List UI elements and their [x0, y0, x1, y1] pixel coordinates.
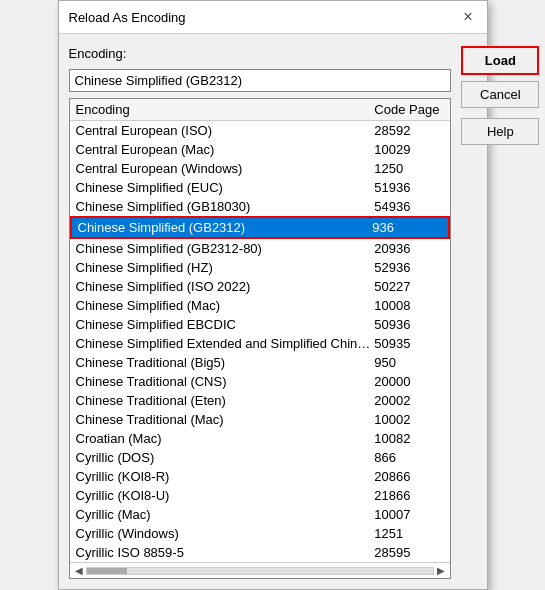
- dialog-body: Encoding: Encoding Code Page Central Eur…: [59, 34, 487, 589]
- list-row[interactable]: Chinese Simplified (EUC)51936: [70, 178, 451, 197]
- list-row[interactable]: Chinese Simplified (GB2312)936: [70, 216, 451, 239]
- row-code: 28595: [370, 545, 450, 560]
- row-code: 10029: [370, 142, 450, 157]
- row-encoding: Chinese Traditional (CNS): [70, 374, 371, 389]
- list-row[interactable]: Chinese Traditional (Big5)950: [70, 353, 451, 372]
- row-encoding: Cyrillic (Windows): [70, 526, 371, 541]
- reload-as-encoding-dialog: Reload As Encoding × Encoding: Encoding …: [58, 0, 488, 590]
- row-encoding: Chinese Simplified (ISO 2022): [70, 279, 371, 294]
- row-encoding: Cyrillic (KOI8-R): [70, 469, 371, 484]
- scroll-thumb[interactable]: [87, 568, 127, 574]
- row-code: 50936: [370, 317, 450, 332]
- left-arrow-icon[interactable]: ◀: [72, 564, 86, 577]
- row-code: 1251: [370, 526, 450, 541]
- list-row[interactable]: Croatian (Mac)10082: [70, 429, 451, 448]
- horizontal-scrollbar[interactable]: ◀ ▶: [70, 562, 451, 578]
- encoding-label: Encoding:: [69, 46, 452, 61]
- title-bar: Reload As Encoding ×: [59, 1, 487, 34]
- list-row[interactable]: Cyrillic (KOI8-R)20866: [70, 467, 451, 486]
- row-code: 54936: [370, 199, 450, 214]
- help-button[interactable]: Help: [461, 118, 539, 145]
- list-row[interactable]: Chinese Simplified (ISO 2022)50227: [70, 277, 451, 296]
- row-encoding: Chinese Simplified Extended and Simplifi…: [70, 336, 371, 351]
- list-row[interactable]: Central European (Mac)10029: [70, 140, 451, 159]
- list-row[interactable]: Chinese Traditional (Mac)10002: [70, 410, 451, 429]
- row-code: 50935: [370, 336, 450, 351]
- row-encoding: Chinese Simplified (HZ): [70, 260, 371, 275]
- row-code: 936: [368, 220, 448, 235]
- row-encoding: Chinese Traditional (Big5): [70, 355, 371, 370]
- row-encoding: Chinese Simplified (GB18030): [70, 199, 371, 214]
- list-scroll-area[interactable]: Central European (ISO)28592Central Europ…: [70, 121, 451, 562]
- row-encoding: Croatian (Mac): [70, 431, 371, 446]
- row-code: 51936: [370, 180, 450, 195]
- row-code: 10002: [370, 412, 450, 427]
- col-header-code: Code Page: [370, 102, 450, 117]
- load-button[interactable]: Load: [461, 46, 539, 75]
- list-header: Encoding Code Page: [70, 99, 451, 121]
- row-code: 10007: [370, 507, 450, 522]
- row-code: 10008: [370, 298, 450, 313]
- row-code: 20002: [370, 393, 450, 408]
- scroll-track: [86, 567, 435, 575]
- row-encoding: Cyrillic ISO 8859-5: [70, 545, 371, 560]
- row-encoding: Chinese Simplified (GB2312): [72, 220, 369, 235]
- col-header-encoding: Encoding: [70, 102, 371, 117]
- row-code: 28592: [370, 123, 450, 138]
- dialog-title: Reload As Encoding: [69, 10, 186, 25]
- list-row[interactable]: Chinese Simplified (Mac)10008: [70, 296, 451, 315]
- list-row[interactable]: Chinese Traditional (Eten)20002: [70, 391, 451, 410]
- row-code: 10082: [370, 431, 450, 446]
- list-row[interactable]: Chinese Simplified (GB2312-80)20936: [70, 239, 451, 258]
- row-encoding: Cyrillic (DOS): [70, 450, 371, 465]
- list-row[interactable]: Central European (ISO)28592: [70, 121, 451, 140]
- close-button[interactable]: ×: [459, 9, 476, 25]
- list-row[interactable]: Cyrillic (Mac)10007: [70, 505, 451, 524]
- list-row[interactable]: Chinese Simplified EBCDIC50936: [70, 315, 451, 334]
- list-row[interactable]: Central European (Windows)1250: [70, 159, 451, 178]
- left-panel: Encoding: Encoding Code Page Central Eur…: [69, 46, 452, 579]
- row-encoding: Central European (Windows): [70, 161, 371, 176]
- row-encoding: Chinese Simplified (GB2312-80): [70, 241, 371, 256]
- encoding-input[interactable]: [69, 69, 452, 92]
- row-encoding: Central European (ISO): [70, 123, 371, 138]
- row-code: 1250: [370, 161, 450, 176]
- encoding-list-container: Encoding Code Page Central European (ISO…: [69, 98, 452, 579]
- row-encoding: Cyrillic (KOI8-U): [70, 488, 371, 503]
- row-encoding: Chinese Simplified EBCDIC: [70, 317, 371, 332]
- row-encoding: Cyrillic (Mac): [70, 507, 371, 522]
- row-code: 52936: [370, 260, 450, 275]
- list-row[interactable]: Cyrillic ISO 8859-528595: [70, 543, 451, 562]
- row-code: 20936: [370, 241, 450, 256]
- row-encoding: Chinese Traditional (Eten): [70, 393, 371, 408]
- list-row[interactable]: Chinese Traditional (CNS)20000: [70, 372, 451, 391]
- right-arrow-icon[interactable]: ▶: [434, 564, 448, 577]
- list-row[interactable]: Cyrillic (KOI8-U)21866: [70, 486, 451, 505]
- row-code: 21866: [370, 488, 450, 503]
- list-row[interactable]: Chinese Simplified (HZ)52936: [70, 258, 451, 277]
- row-code: 20866: [370, 469, 450, 484]
- list-row[interactable]: Cyrillic (DOS)866: [70, 448, 451, 467]
- row-code: 866: [370, 450, 450, 465]
- row-encoding: Chinese Simplified (Mac): [70, 298, 371, 313]
- row-code: 20000: [370, 374, 450, 389]
- row-code: 950: [370, 355, 450, 370]
- row-code: 50227: [370, 279, 450, 294]
- row-encoding: Chinese Traditional (Mac): [70, 412, 371, 427]
- right-panel: Load Cancel Help: [461, 46, 539, 579]
- row-encoding: Chinese Simplified (EUC): [70, 180, 371, 195]
- list-row[interactable]: Chinese Simplified Extended and Simplifi…: [70, 334, 451, 353]
- cancel-button[interactable]: Cancel: [461, 81, 539, 108]
- row-encoding: Central European (Mac): [70, 142, 371, 157]
- list-row[interactable]: Cyrillic (Windows)1251: [70, 524, 451, 543]
- list-row[interactable]: Chinese Simplified (GB18030)54936: [70, 197, 451, 216]
